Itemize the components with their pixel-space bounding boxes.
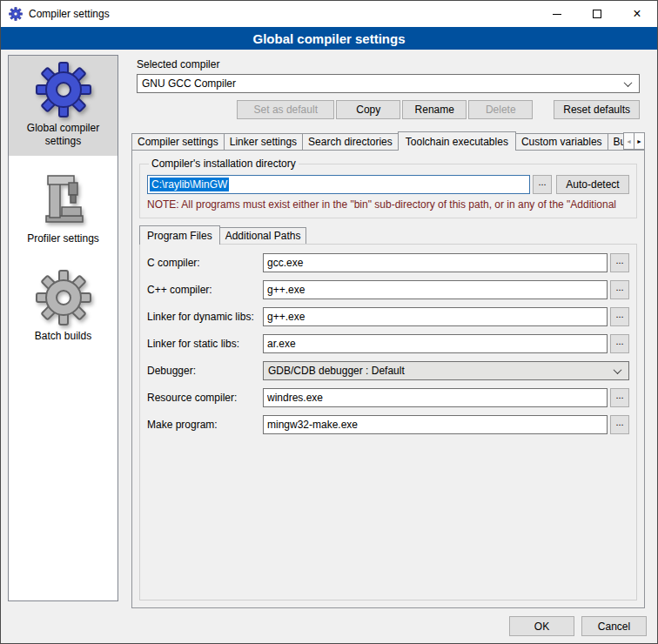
profiler-settings-icon: [36, 172, 91, 228]
static-linker-input[interactable]: [263, 334, 608, 353]
close-icon: ×: [633, 7, 641, 21]
tab-linker-settings[interactable]: Linker settings: [224, 133, 303, 150]
make-program-label: Make program:: [147, 419, 263, 431]
maximize-icon: [593, 10, 601, 18]
compiler-select[interactable]: GNU GCC Compiler: [137, 74, 640, 93]
scroll-right-icon: ►: [636, 138, 642, 144]
main-content: Selected compiler GNU GCC Compiler Set a…: [131, 55, 645, 608]
subtab-additional-paths[interactable]: Additional Paths: [219, 227, 307, 244]
sidebar-item-global-compiler-settings[interactable]: Global compiler settings: [9, 56, 118, 156]
static-linker-label: Linker for static libs:: [147, 338, 263, 350]
resource-compiler-input[interactable]: [263, 388, 608, 407]
browse-cpp-compiler-button[interactable]: ...: [610, 280, 629, 299]
tab-search-directories[interactable]: Search directories: [302, 133, 399, 150]
delete-button[interactable]: Delete: [468, 100, 533, 119]
chevron-down-icon: [614, 366, 622, 374]
settings-tabs: Compiler settings Linker settings Search…: [131, 131, 645, 151]
set-as-default-button[interactable]: Set as default: [237, 100, 334, 119]
debugger-label: Debugger:: [147, 365, 263, 377]
installation-directory-input[interactable]: C:\raylib\MinGW: [147, 175, 530, 194]
installation-directory-group: Compiler's installation directory C:\ray…: [139, 158, 637, 218]
tab-label: Toolchain executables: [406, 136, 508, 148]
subtab-label: Additional Paths: [225, 230, 301, 242]
rename-button[interactable]: Rename: [402, 100, 467, 119]
sidebar-item-label: Global compiler settings: [12, 122, 114, 148]
debugger-select[interactable]: GDB/CDB debugger : Default: [263, 361, 629, 380]
program-files-panel: C compiler: ... C++ compiler: ... Linker…: [139, 244, 637, 600]
installation-directory-row: C:\raylib\MinGW ... Auto-detect: [147, 175, 629, 194]
form-row: Linker for static libs: ...: [147, 334, 629, 353]
global-compiler-settings-icon: [36, 62, 91, 117]
c-compiler-input[interactable]: [263, 253, 608, 272]
tab-label: Compiler settings: [138, 136, 218, 148]
form-row: Resource compiler: ...: [147, 388, 629, 407]
settings-category-list: Global compiler settings Profiler settin…: [8, 55, 118, 601]
sidebar-item-profiler-settings[interactable]: Profiler settings: [9, 166, 118, 253]
cpp-compiler-input[interactable]: [263, 280, 608, 299]
form-row: C compiler: ...: [147, 253, 629, 272]
tab-compiler-settings[interactable]: Compiler settings: [131, 133, 225, 150]
debugger-select-value: GDB/CDB debugger : Default: [268, 365, 405, 377]
tab-label: Custom variables: [521, 136, 602, 148]
browse-make-program-button[interactable]: ...: [610, 415, 629, 434]
batch-builds-icon: [36, 270, 91, 325]
form-row: Debugger: GDB/CDB debugger : Default: [147, 361, 629, 380]
ok-button[interactable]: OK: [509, 616, 574, 636]
scroll-left-icon: ◄: [626, 138, 632, 144]
tab-label: Linker settings: [230, 136, 297, 148]
sidebar-item-label: Batch builds: [35, 330, 91, 343]
browse-installation-directory-button[interactable]: ...: [533, 175, 552, 194]
browse-dynamic-linker-button[interactable]: ...: [610, 307, 629, 326]
resource-compiler-label: Resource compiler:: [147, 392, 263, 404]
chevron-down-icon: [624, 78, 633, 87]
titlebar: Compiler settings ×: [1, 1, 657, 27]
app-icon: [9, 7, 23, 21]
form-row: C++ compiler: ...: [147, 280, 629, 299]
form-row: Make program: ...: [147, 415, 629, 434]
program-tabs: Program Files Additional Paths: [139, 225, 637, 245]
window-title: Compiler settings: [29, 8, 110, 20]
browse-resource-compiler-button[interactable]: ...: [610, 388, 629, 407]
browse-static-linker-button[interactable]: ...: [610, 334, 629, 353]
sidebar-item-label: Profiler settings: [27, 232, 99, 245]
dialog-header: Global compiler settings: [1, 27, 657, 50]
dynamic-linker-label: Linker for dynamic libs:: [147, 311, 263, 323]
compiler-select-value: GNU GCC Compiler: [142, 77, 236, 90]
cancel-button[interactable]: Cancel: [581, 616, 647, 636]
subtab-label: Program Files: [147, 230, 212, 242]
selected-compiler-section: Selected compiler GNU GCC Compiler Set a…: [131, 55, 645, 119]
browse-c-compiler-button[interactable]: ...: [610, 253, 629, 272]
form-row: Linker for dynamic libs: ...: [147, 307, 629, 326]
window-controls: ×: [537, 1, 657, 27]
compiler-actions: Set as default Copy Rename Delete Reset …: [137, 100, 640, 119]
auto-detect-button[interactable]: Auto-detect: [556, 175, 629, 194]
note-text: NOTE: All programs must exist either in …: [147, 198, 629, 211]
minimize-icon: [553, 14, 561, 15]
installation-directory-value: C:\raylib\MinGW: [150, 178, 229, 191]
close-button[interactable]: ×: [617, 1, 657, 27]
toolchain-executables-panel: Compiler's installation directory C:\ray…: [131, 150, 645, 608]
tab-scroll-right-button[interactable]: ►: [634, 132, 645, 150]
make-program-input[interactable]: [263, 415, 608, 434]
installation-directory-group-title: Compiler's installation directory: [149, 158, 299, 170]
tab-label: Search directories: [308, 136, 393, 148]
tab-toolchain-executables[interactable]: Toolchain executables: [398, 131, 516, 151]
dynamic-linker-input[interactable]: [263, 307, 608, 326]
tab-scroll-arrows: ◄ ►: [624, 132, 645, 150]
sidebar-item-batch-builds[interactable]: Batch builds: [9, 264, 118, 351]
c-compiler-label: C compiler:: [147, 257, 263, 269]
reset-defaults-button[interactable]: Reset defaults: [554, 100, 640, 119]
dialog-footer: OK Cancel: [509, 616, 647, 636]
minimize-button[interactable]: [537, 1, 577, 27]
maximize-button[interactable]: [577, 1, 617, 27]
cpp-compiler-label: C++ compiler:: [147, 284, 263, 296]
tab-custom-variables[interactable]: Custom variables: [515, 133, 608, 150]
compiler-settings-window: Compiler settings × Global compiler sett…: [0, 0, 658, 644]
copy-button[interactable]: Copy: [336, 100, 400, 119]
subtab-program-files[interactable]: Program Files: [139, 225, 220, 245]
selected-compiler-label: Selected compiler: [137, 58, 640, 70]
